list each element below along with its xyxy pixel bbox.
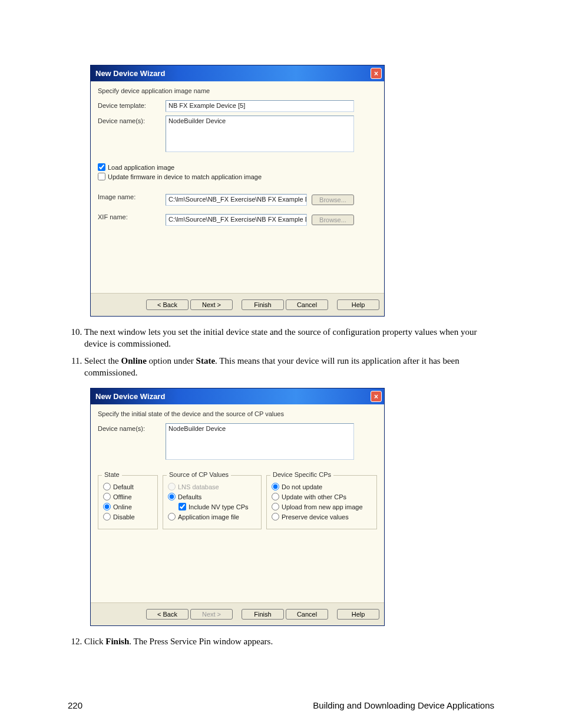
row-xif-name: XIF name: C:\lm\Source\NB_FX Exercise\NB… (98, 212, 377, 228)
page-number: 220 (68, 700, 82, 710)
instruction-list-2: Click Finish. The Press Service Pin wind… (68, 635, 494, 647)
radio-state-offline[interactable]: Offline (103, 493, 153, 500)
step-12: Click Finish. The Press Service Pin wind… (84, 635, 494, 647)
step-10: The next window lets you set the initial… (84, 326, 494, 350)
xif-name-controls: C:\lm\Source\NB_FX Exercise\NB FX Exampl… (166, 212, 354, 228)
label-xif-name: XIF name: (98, 212, 166, 220)
checkbox-load-app-image[interactable]: Load application image (98, 163, 377, 171)
step-11: Select the Online option under State. Th… (84, 355, 494, 379)
checkbox-update-firmware[interactable]: Update firmware in device to match appli… (98, 173, 377, 180)
device-template-input[interactable]: NB FX Example Device [5] (166, 100, 354, 112)
client-area: Specify device application image name De… (91, 81, 384, 294)
checkbox-update-firmware-input[interactable] (98, 173, 105, 180)
device-cp-legend: Device Specific CPs (270, 471, 333, 478)
row-device-names: Device name(s): NodeBuilder Device (98, 423, 377, 460)
titlebar[interactable]: New Device Wizard × (91, 388, 384, 404)
browse-image-button: Browse... (312, 195, 354, 205)
chapter-title: Building and Downloading Device Applicat… (313, 700, 494, 710)
source-cp-group: Source of CP Values LNS database Default… (163, 475, 262, 529)
image-name-input: C:\lm\Source\NB_FX Exercise\NB FX Exampl… (166, 194, 307, 206)
instruction-list: The next window lets you set the initial… (68, 326, 494, 378)
radio-devcp-no-update[interactable]: Do not update (272, 483, 372, 490)
browse-row-image: C:\lm\Source\NB_FX Exercise\NB FX Exampl… (166, 194, 354, 206)
page-footer: 220 Building and Downloading Device Appl… (68, 700, 494, 710)
instruction-text: Specify the initial state of the device … (98, 410, 377, 417)
finish-button[interactable]: Finish (242, 609, 284, 620)
new-device-wizard-window-2: New Device Wizard × Specify the initial … (90, 388, 385, 626)
checkbox-load-app-image-label: Load application image (108, 164, 174, 171)
option-groups: State Default Offline Online Disable Sou… (98, 469, 377, 529)
device-cp-group: Device Specific CPs Do not update Update… (266, 475, 377, 529)
help-button[interactable]: Help (337, 299, 379, 310)
client-area: Specify the initial state of the device … (91, 404, 384, 603)
cancel-button[interactable]: Cancel (286, 299, 328, 310)
browse-xif-button: Browse... (312, 215, 354, 225)
window-title: New Device Wizard (95, 392, 165, 401)
state-group: State Default Offline Online Disable (98, 475, 158, 529)
checkbox-load-app-image-input[interactable] (98, 163, 105, 171)
row-image-name: Image name: C:\lm\Source\NB_FX Exercise\… (98, 192, 377, 208)
radio-source-lns: LNS database (168, 483, 256, 490)
browse-row-xif: C:\lm\Source\NB_FX Exercise\NB FX Exampl… (166, 214, 354, 226)
label-device-names: Device name(s): (98, 423, 166, 432)
radio-state-disable[interactable]: Disable (103, 513, 153, 521)
label-device-template: Device template: (98, 100, 166, 109)
help-button[interactable]: Help (337, 609, 379, 620)
instruction-text: Specify device application image name (98, 87, 377, 94)
label-device-names: Device name(s): (98, 116, 166, 124)
titlebar[interactable]: New Device Wizard × (91, 65, 384, 81)
finish-button[interactable]: Finish (242, 299, 284, 310)
image-name-controls: C:\lm\Source\NB_FX Exercise\NB FX Exampl… (166, 192, 354, 208)
cancel-button[interactable]: Cancel (286, 609, 328, 620)
device-names-input[interactable]: NodeBuilder Device (166, 423, 354, 460)
checkbox-update-firmware-label: Update firmware in device to match appli… (108, 173, 262, 180)
device-names-input[interactable]: NodeBuilder Device (166, 116, 354, 152)
radio-devcp-update-other[interactable]: Update with other CPs (272, 493, 372, 500)
back-button[interactable]: < Back (146, 609, 189, 620)
wizard-button-bar: < Back Next > Finish Cancel Help (91, 294, 384, 316)
radio-source-defaults[interactable]: Defaults (168, 493, 256, 500)
radio-devcp-upload-new[interactable]: Upload from new app image (272, 503, 372, 510)
radio-devcp-preserve[interactable]: Preserve device values (272, 513, 372, 521)
label-image-name: Image name: (98, 192, 166, 200)
close-icon[interactable]: × (371, 391, 382, 402)
radio-state-online[interactable]: Online (103, 503, 153, 510)
window-title: New Device Wizard (95, 69, 165, 78)
next-button: Next > (190, 609, 233, 620)
document-page: New Device Wizard × Specify device appli… (0, 0, 562, 728)
next-button[interactable]: Next > (190, 299, 233, 310)
row-device-names: Device name(s): NodeBuilder Device (98, 116, 377, 152)
xif-name-input: C:\lm\Source\NB_FX Exercise\NB FX Exampl… (166, 214, 307, 226)
radio-state-default[interactable]: Default (103, 483, 153, 490)
state-legend: State (102, 471, 122, 478)
row-device-template: Device template: NB FX Example Device [5… (98, 100, 377, 112)
wizard-button-bar: < Back Next > Finish Cancel Help (91, 603, 384, 625)
source-cp-legend: Source of CP Values (167, 471, 231, 478)
radio-source-app-image[interactable]: Application image file (168, 513, 256, 521)
back-button[interactable]: < Back (146, 299, 189, 310)
new-device-wizard-window-1: New Device Wizard × Specify device appli… (90, 65, 385, 317)
checkbox-include-nv[interactable]: Include NV type CPs (178, 503, 256, 510)
close-icon[interactable]: × (371, 68, 382, 79)
